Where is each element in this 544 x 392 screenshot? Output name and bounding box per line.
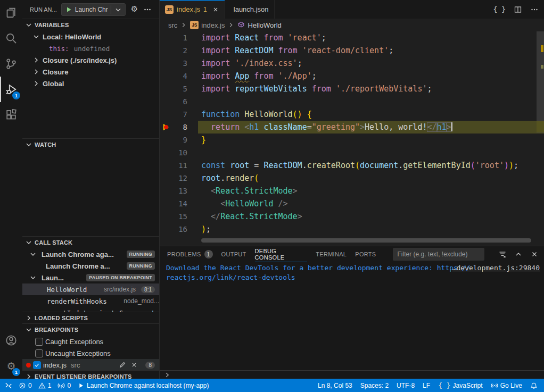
line-number[interactable]: 4: [160, 70, 187, 82]
gear-icon[interactable]: ⚙: [131, 5, 138, 14]
section-call-stack: CALL STACKLaunch Chrome aga...RUNNINGLau…: [22, 236, 159, 312]
status-remote-indicator[interactable]: [5, 382, 12, 389]
variable-row[interactable]: this:undefined: [22, 43, 159, 54]
status-indentation[interactable]: Spaces: 2: [360, 382, 389, 389]
maximize-panel-icon[interactable]: [514, 250, 523, 258]
breadcrumb-item[interactable]: HelloWorld: [248, 21, 281, 29]
code-token: [201, 212, 211, 221]
close-tab-icon[interactable]: [212, 6, 219, 13]
stack-frame-row[interactable]: HelloWorldsrc/index.js8:1: [22, 283, 159, 295]
stack-frame-row[interactable]: renderWithHooksnode_mod...: [22, 295, 159, 307]
tab-label: index.js: [177, 5, 200, 13]
variable-scope-row[interactable]: Global: [22, 78, 159, 89]
section-header-breakpoints[interactable]: BREAKPOINTS: [22, 324, 159, 336]
braces-button[interactable]: { }: [493, 5, 506, 13]
breadcrumb[interactable]: srcJSindex.jsHelloWorld: [160, 19, 544, 31]
stack-frame-row[interactable]: mountIndeterminateComponent: [22, 307, 159, 312]
line-number[interactable]: 14: [160, 197, 187, 210]
code-token: [331, 84, 336, 94]
close-icon[interactable]: [130, 361, 138, 369]
breadcrumb-item[interactable]: src: [168, 21, 177, 29]
console-source-link[interactable]: …development.js:29840: [452, 263, 540, 273]
panel-tab-problems[interactable]: PROBLEMS1: [167, 246, 213, 262]
status-errors[interactable]: 0: [19, 382, 32, 389]
more-actions-icon[interactable]: [143, 5, 152, 14]
debug-console-input[interactable]: [160, 370, 544, 379]
panel-tab-output[interactable]: OUTPUT: [221, 246, 246, 262]
code-text: import React from 'react';: [201, 31, 326, 44]
line-number[interactable]: 13: [160, 185, 187, 197]
section-header-variables[interactable]: VARIABLES: [22, 19, 159, 31]
activity-bar-item-settings[interactable]: ⚙1: [0, 353, 22, 379]
line-number[interactable]: 16: [160, 223, 187, 236]
split-editor-button[interactable]: [514, 5, 522, 14]
checkbox-checked[interactable]: [33, 361, 41, 369]
clear-filter-icon[interactable]: [498, 250, 507, 258]
checkbox-unchecked[interactable]: [35, 338, 43, 346]
activity-bar-item-run-and-debug[interactable]: 1: [0, 77, 22, 102]
line-number[interactable]: 12: [160, 172, 187, 185]
activity-bar-item-source-control[interactable]: [0, 51, 22, 77]
line-number[interactable]: 2: [160, 44, 187, 57]
activity-bar-item-explorer[interactable]: [0, 0, 22, 26]
line-number[interactable]: 3: [160, 57, 187, 70]
code-token: [201, 122, 211, 132]
status-notifications[interactable]: [530, 382, 538, 389]
line-number[interactable]: 1: [160, 31, 187, 44]
line-number[interactable]: 8: [160, 121, 187, 134]
close-panel-icon[interactable]: [530, 250, 539, 258]
debug-session-row[interactable]: Laun...PAUSED ON BREAKPOINT: [22, 272, 159, 283]
status-encoding[interactable]: UTF-8: [397, 382, 415, 389]
session-status-badge: RUNNING: [127, 262, 155, 270]
variable-scope-row[interactable]: Closure (./src/index.js): [22, 54, 159, 66]
debug-session-row[interactable]: Launch Chrome aga...RUNNING: [22, 248, 159, 260]
breadcrumb-item[interactable]: index.js: [201, 21, 225, 29]
debug-console-output[interactable]: Download the React DevTools for a better…: [160, 263, 544, 370]
section-header-event-listener-breakpoints[interactable]: EVENT LISTENER BREAKPOINTS: [22, 371, 159, 379]
launch-config-dropdown[interactable]: Launch Chr: [61, 3, 126, 16]
console-filter-input[interactable]: [393, 248, 484, 261]
section-header-call-stack[interactable]: CALL STACK: [22, 237, 159, 248]
pencil-icon[interactable]: [119, 361, 126, 369]
tab-launch.json[interactable]: launch.json: [225, 0, 275, 19]
status-forwarded-ports[interactable]: 0: [57, 382, 71, 389]
variable-scope-row[interactable]: Closure: [22, 66, 159, 78]
breakpoint-option-row[interactable]: Uncaught Exceptions: [22, 347, 159, 359]
variable-scope-row[interactable]: Local: HelloWorld: [22, 31, 159, 43]
status-debug-status[interactable]: Launch Chrome against localhost (my-app): [77, 382, 209, 389]
code-editor[interactable]: 1import React from 'react';2import React…: [160, 31, 544, 246]
code-token: from: [254, 71, 273, 81]
status-go-live[interactable]: Go Live: [491, 382, 522, 389]
chevron-right-icon: [32, 68, 40, 76]
status-eol[interactable]: LF: [423, 382, 430, 389]
status-warnings[interactable]: 1: [38, 382, 52, 389]
panel-tab-terminal[interactable]: TERMINAL: [316, 246, 347, 262]
horizontal-scrollbar[interactable]: [201, 238, 531, 243]
section-header-watch[interactable]: WATCH: [22, 139, 159, 151]
line-number[interactable]: 11: [160, 159, 187, 172]
debug-session-row[interactable]: Launch Chrome a...RUNNING: [22, 260, 159, 272]
more-actions-button[interactable]: [530, 5, 539, 14]
activity-bar-item-accounts[interactable]: [0, 328, 22, 353]
tab-index.js[interactable]: JSindex.js1: [160, 0, 225, 19]
breakpoint-option-row[interactable]: Caught Exceptions: [22, 336, 159, 347]
breakpoint-row[interactable]: index.jssrc8: [22, 359, 159, 370]
activity-bar-item-extensions[interactable]: [0, 102, 22, 128]
chevron-right-icon: [32, 56, 40, 64]
line-number[interactable]: 15: [160, 210, 187, 223]
line-number[interactable]: 5: [160, 82, 187, 95]
code-token: getElementById: [403, 161, 470, 170]
code-token: 'root': [475, 161, 504, 170]
line-number[interactable]: 9: [160, 134, 187, 146]
line-number[interactable]: 10: [160, 146, 187, 159]
panel-tab-ports[interactable]: PORTS: [355, 246, 376, 262]
line-number[interactable]: 6: [160, 95, 187, 108]
line-number[interactable]: 7: [160, 108, 187, 121]
activity-bar-item-search[interactable]: [0, 26, 22, 51]
code-token: [230, 46, 235, 55]
status-language-mode[interactable]: { }JavaScript: [438, 381, 483, 389]
section-header-loaded-scripts[interactable]: LOADED SCRIPTS: [22, 312, 159, 323]
panel-tab-debug-console[interactable]: DEBUG CONSOLE: [255, 246, 308, 262]
checkbox-unchecked[interactable]: [35, 349, 43, 357]
status-cursor-position[interactable]: Ln 8, Col 53: [318, 382, 352, 389]
